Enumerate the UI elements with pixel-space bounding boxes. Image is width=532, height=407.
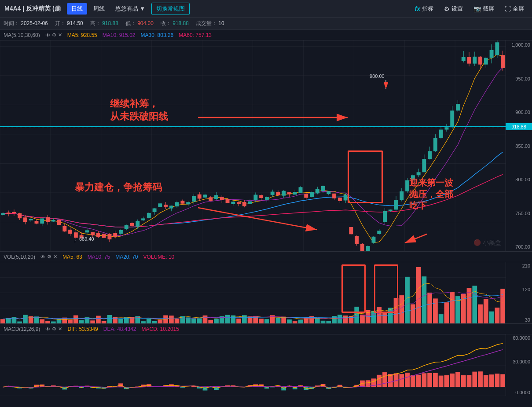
volume-value: 10	[218, 20, 224, 26]
fullscreen-icon: ⛶	[505, 5, 511, 12]
macd-bar-title: MACD(12,26,9) 👁 ⚙ ✕ DIF: 53.5349 DEA: 48…	[0, 324, 532, 334]
open-label: 开： 914.50	[55, 20, 83, 27]
ma-label: MA(5,10,30,60)	[4, 32, 40, 38]
low-value: 904.00	[137, 20, 154, 26]
price-950: 950.00	[508, 76, 530, 81]
chart-title: M4A4 | 反冲精英 (崩	[4, 5, 61, 13]
open-value: 914.50	[67, 20, 83, 26]
tab-weekly[interactable]: 周线	[89, 3, 109, 15]
info-bar: 时间： 2025-02-06 开： 914.50 高： 918.88 低： 90…	[0, 18, 532, 30]
indicator-icon: fx	[415, 5, 420, 12]
ma60-indicator: MA60: 757.13	[179, 32, 212, 38]
macd-label: MACD(12,26,9)	[4, 326, 40, 332]
camera-icon: 📷	[473, 5, 481, 12]
time-label: 时间： 2025-02-06	[4, 20, 48, 27]
price-axis: 1,000.00 950.00 900.00 850.00 800.00 750…	[506, 40, 532, 251]
ma-icons: 👁 ⚙ ✕	[45, 32, 62, 38]
time-value: 2025-02-06	[21, 20, 48, 26]
current-price-tag: 918.88	[506, 123, 532, 130]
vol-ma10: MA10: 75	[88, 254, 110, 260]
ma5-indicator: MA5: 928.55	[67, 32, 97, 38]
fullscreen-button[interactable]: ⛶ 全屏	[501, 3, 528, 15]
macd-icons: 👁 ⚙ ✕	[45, 326, 62, 332]
close-label: 收： 918.88	[161, 20, 189, 27]
macd-dea: DEA: 48.4342	[103, 326, 136, 332]
youyou-dropdown[interactable]: 悠悠有品 ▼	[111, 3, 150, 15]
low-label: 低： 904.00	[125, 20, 154, 27]
ma10-indicator: MA10: 915.02	[103, 32, 136, 38]
vol-bar-title: VOL(5,10,20) 👁 ⚙ ✕ MA5: 63 MA10: 75 MA20…	[0, 252, 532, 262]
vol-price-axis: 210 120 30	[506, 262, 532, 323]
gear-icon: ⚙	[444, 5, 450, 12]
macd-price-axis: 60.0000 30.0000 0.0000	[506, 334, 532, 396]
tab-daily[interactable]: 日线	[67, 3, 87, 15]
macd-dif: DIF: 53.5349	[67, 326, 98, 332]
vol-icons: 👁 ⚙ ✕	[40, 254, 57, 260]
price-label-689: 689.40	[79, 236, 94, 242]
main-chart-canvas	[0, 40, 506, 251]
toolbar-right: fx 指标 ⚙ 设置 📷 截屏 ⛶ 全屏	[411, 3, 528, 15]
indicator-button[interactable]: fx 指标	[411, 3, 437, 15]
high-value: 918.88	[102, 20, 118, 26]
ma-indicator-bar: MA(5,10,30,60) 👁 ⚙ ✕ MA5: 928.55 MA10: 9…	[0, 30, 532, 40]
macd-value: MACD: 10.2015	[142, 326, 179, 332]
vol-volume: VOLUME: 10	[143, 254, 175, 260]
macd-chart[interactable]: 60.0000 30.0000 0.0000	[0, 334, 532, 396]
high-label: 高： 918.88	[90, 20, 118, 27]
volume-chart[interactable]: 210 120 30	[0, 262, 532, 324]
price-900: 900.00	[508, 110, 530, 115]
vol-ma5: MA5: 63	[62, 254, 82, 260]
arrow-689: ↑	[74, 238, 77, 244]
settings-button[interactable]: ⚙ 设置	[440, 3, 466, 15]
switch-view-button[interactable]: 切换常规图	[151, 3, 190, 15]
price-700: 700.00	[508, 244, 530, 249]
price-850: 850.00	[508, 143, 530, 149]
main-chart[interactable]: 918.88 继续补筹， 从未跌破阳线 暴力建仓，争抢筹码 迎来第一波 抛压，全…	[0, 40, 532, 252]
price-label-980: 980.00	[370, 73, 385, 79]
vol-ma20: MA20: 70	[115, 254, 138, 260]
ma30-indicator: MA30: 803.26	[141, 32, 174, 38]
close-value: 918.88	[172, 20, 189, 26]
volume-label: 成交量： 10	[196, 20, 224, 27]
vol-label: VOL(5,10,20)	[4, 254, 35, 260]
volume-chart-canvas	[0, 262, 506, 323]
price-750: 750.00	[508, 211, 530, 216]
price-1000: 1,000.00	[508, 42, 530, 48]
macd-chart-canvas	[0, 334, 506, 396]
toolbar: M4A4 | 反冲精英 (崩 日线 周线 悠悠有品 ▼ 切换常规图 fx 指标 …	[0, 0, 532, 18]
price-800: 800.00	[508, 177, 530, 182]
screenshot-button[interactable]: 📷 截屏	[470, 3, 498, 15]
